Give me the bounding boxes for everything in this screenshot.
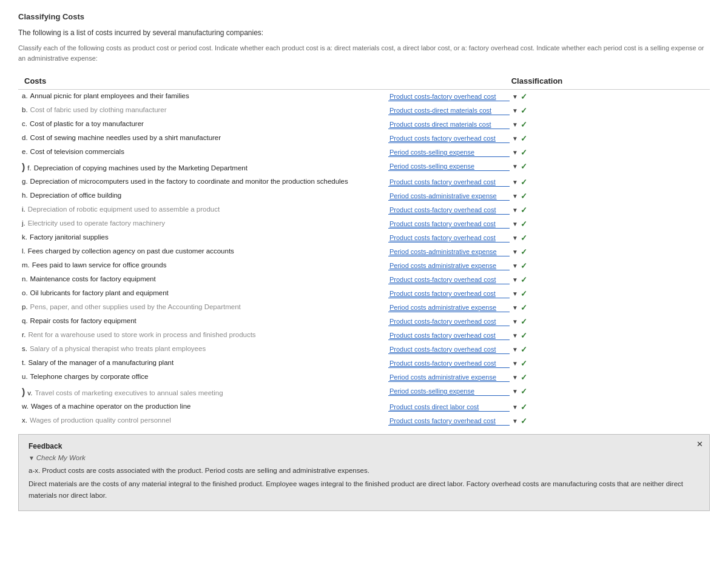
cost-text: Rent for a warehouse used to store work … — [28, 331, 255, 338]
table-row: p.Pens, paper, and other supplies used b… — [18, 301, 710, 315]
classification-select[interactable]: Product costs-factory overhead costProdu… — [388, 331, 510, 340]
classification-select[interactable]: Product costs-factory overhead costProdu… — [388, 134, 510, 143]
row-letter: j. — [22, 219, 25, 227]
classification-cell: Product costs-factory overhead costProdu… — [364, 287, 710, 301]
check-mark: ✓ — [521, 120, 527, 129]
cost-cell: u.Telephone charges by corporate office — [18, 370, 364, 384]
dropdown-arrow-icon: ▼ — [512, 207, 518, 213]
dropdown-arrow-icon: ▼ — [512, 149, 518, 156]
table-row: s.Salary of a physical therapist who tre… — [18, 343, 710, 356]
classification-cell: Product costs-factory overhead costProdu… — [364, 259, 710, 273]
check-mark: ✓ — [521, 261, 527, 270]
table-row: h.Depreciation of office buildingProduct… — [18, 189, 710, 203]
feedback-subtitle: Check My Work — [29, 454, 699, 461]
classification-select[interactable]: Product costs-factory overhead costProdu… — [388, 275, 510, 284]
table-row: j.Electricity used to operate factory ma… — [18, 217, 710, 231]
row-letter: l. — [22, 247, 25, 255]
classification-select[interactable]: Product costs-factory overhead costProdu… — [388, 120, 510, 129]
classification-select[interactable]: Product costs-factory overhead costProdu… — [388, 178, 510, 187]
table-row: g.Depreciation of microcomputers used in… — [18, 175, 710, 189]
cost-text: Wages of production quality control pers… — [30, 416, 171, 424]
cost-text: Depreciation of copying machines used by… — [34, 164, 248, 172]
feedback-close-button[interactable]: ✕ — [696, 440, 703, 449]
classification-select[interactable]: Product costs-factory overhead costProdu… — [388, 345, 510, 354]
check-mark: ✓ — [521, 416, 527, 426]
table-row: i.Depreciation of robotic equipment used… — [18, 203, 710, 217]
cost-text: Telephone charges by corporate office — [30, 373, 149, 380]
row-letter: p. — [22, 303, 28, 310]
check-mark: ✓ — [521, 206, 527, 215]
table-row: u.Telephone charges by corporate officeP… — [18, 370, 710, 384]
table-row: o.Oil lubricants for factory plant and e… — [18, 287, 710, 301]
check-mark: ✓ — [521, 359, 527, 368]
check-mark: ✓ — [521, 148, 527, 157]
classification-cell: Product costs-factory overhead costProdu… — [364, 343, 710, 356]
classification-select[interactable]: Product costs-factory overhead costProdu… — [388, 192, 510, 201]
cost-cell: a.Annual picnic for plant employees and … — [18, 90, 364, 104]
classification-select[interactable]: Product costs-factory overhead costProdu… — [388, 303, 510, 312]
classification-select[interactable]: Product costs-factory overhead costProdu… — [388, 387, 510, 396]
table-row: w.Wages of a machine operator on the pro… — [18, 400, 710, 414]
dropdown-arrow-icon: ▼ — [512, 163, 518, 170]
cost-cell: b.Cost of fabric used by clothing manufa… — [18, 104, 364, 118]
cost-text: Fees charged by collection agency on pas… — [28, 247, 234, 255]
dropdown-arrow-icon: ▼ — [512, 221, 518, 227]
classification-select[interactable]: Product costs-factory overhead costProdu… — [388, 403, 510, 412]
classification-cell: Product costs-factory overhead costProdu… — [364, 217, 710, 231]
row-letter: f. — [27, 164, 31, 172]
classification-select[interactable]: Product costs-factory overhead costProdu… — [388, 148, 510, 157]
cost-text: Fees paid to lawn service for office gro… — [32, 261, 167, 269]
classification-select[interactable]: Product costs-factory overhead costProdu… — [388, 247, 510, 256]
check-mark: ✓ — [521, 106, 527, 115]
classification-select[interactable]: Product costs-factory overhead costProdu… — [388, 317, 510, 326]
row-letter: w. — [22, 403, 29, 410]
classification-cell: Product costs-factory overhead costProdu… — [364, 90, 710, 104]
classification-select[interactable]: Product costs-factory overhead costProdu… — [388, 219, 510, 229]
classification-select[interactable]: Product costs-factory overhead costProdu… — [388, 106, 510, 115]
check-mark: ✓ — [521, 303, 527, 312]
cost-classification-table: Costs Classification a.Annual picnic for… — [18, 73, 710, 428]
row-letter: a. — [22, 92, 28, 99]
cost-cell: x.Wages of production quality control pe… — [18, 414, 364, 428]
cost-cell: )v.Travel costs of marketing executives … — [18, 384, 364, 400]
cost-cell: m.Fees paid to lawn service for office g… — [18, 259, 364, 273]
check-mark: ✓ — [521, 178, 527, 187]
classification-select[interactable]: Product costs-factory overhead costProdu… — [388, 261, 510, 270]
classification-cell: Product costs-factory overhead costProdu… — [364, 175, 710, 189]
cost-text: Depreciation of microcomputers used in t… — [30, 178, 348, 185]
dropdown-arrow-icon: ▼ — [512, 318, 518, 325]
table-row: l.Fees charged by collection agency on p… — [18, 245, 710, 259]
classification-cell: Product costs-factory overhead costProdu… — [364, 159, 710, 175]
row-letter: t. — [22, 359, 25, 366]
classification-select[interactable]: Product costs-factory overhead costProdu… — [388, 373, 510, 382]
cost-cell: k.Factory janitorial supplies — [18, 231, 364, 245]
classification-cell: Product costs-factory overhead costProdu… — [364, 273, 710, 287]
classification-select[interactable]: Product costs-factory overhead costProdu… — [388, 206, 510, 215]
feedback-title: Feedback — [29, 442, 699, 450]
cost-text: Salary of a physical therapist who treat… — [30, 345, 206, 352]
table-row: b.Cost of fabric used by clothing manufa… — [18, 104, 710, 118]
cost-text: Annual picnic for plant employees and th… — [30, 92, 189, 99]
classification-select[interactable]: Product costs-factory overhead costProdu… — [388, 162, 510, 171]
classification-header: Classification — [364, 73, 710, 90]
cost-text: Cost of sewing machine needles used by a… — [30, 134, 221, 141]
feedback-line2: Direct materials are the costs of any ma… — [29, 478, 699, 501]
instruction-text: Classify each of the following costs as … — [18, 43, 710, 63]
row-letter: e. — [22, 148, 28, 155]
classification-select[interactable]: Product costs-factory overhead costProdu… — [388, 359, 510, 368]
classification-cell: Product costs-factory overhead costProdu… — [364, 231, 710, 245]
dropdown-arrow-icon: ▼ — [512, 388, 518, 395]
row-letter: m. — [22, 261, 30, 269]
cost-text: Oil lubricants for factory plant and equ… — [30, 289, 169, 296]
row-letter: g. — [22, 178, 28, 185]
classification-select[interactable]: Product costs-factory overhead costProdu… — [388, 92, 510, 101]
cost-cell: )f.Depreciation of copying machines used… — [18, 159, 364, 175]
classification-select[interactable]: Product costs-factory overhead costProdu… — [388, 416, 510, 426]
table-row: q.Repair costs for factory equipmentProd… — [18, 315, 710, 329]
classification-select[interactable]: Product costs-factory overhead costProdu… — [388, 289, 510, 298]
dropdown-arrow-icon: ▼ — [512, 404, 518, 410]
bracket-indicator: ) — [22, 162, 25, 172]
classification-select[interactable]: Product costs-factory overhead costProdu… — [388, 233, 510, 243]
check-mark: ✓ — [521, 233, 527, 243]
row-letter: s. — [22, 345, 27, 352]
